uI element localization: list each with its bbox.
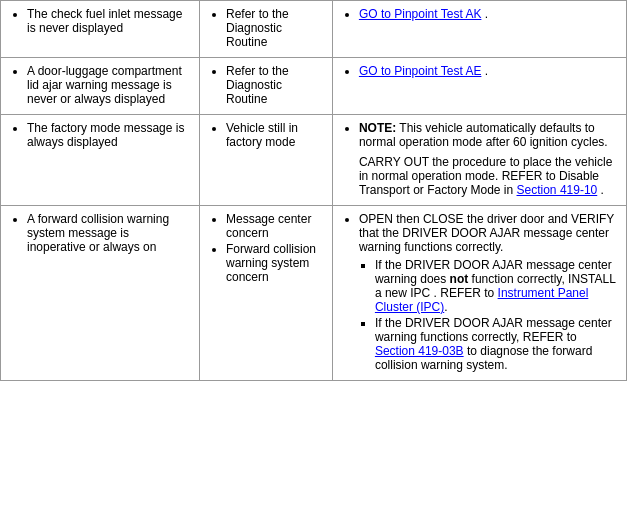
col3-action: OPEN then CLOSE the driver door and VERI… (332, 206, 626, 381)
pinpoint-test-ak-link[interactable]: GO to Pinpoint Test AK (359, 7, 482, 21)
note-paragraph: NOTE: This vehicle automatically default… (359, 121, 618, 149)
action-item: OPEN then CLOSE the driver door and VERI… (359, 212, 618, 372)
sub-action-2: If the DRIVER DOOR AJAR message center w… (375, 316, 618, 372)
cause-text: Vehicle still in factory mode (226, 121, 324, 149)
table-row: The check fuel inlet message is never di… (1, 1, 627, 58)
carry-out-paragraph: CARRY OUT the procedure to place the veh… (359, 155, 618, 197)
col1-condition: The factory mode message is always displ… (1, 115, 200, 206)
col3-action: GO to Pinpoint Test AE . (332, 58, 626, 115)
action-item: GO to Pinpoint Test AK . (359, 7, 618, 21)
condition-text: The factory mode message is always displ… (27, 121, 191, 149)
table-row: A door-luggage compartment lid ajar warn… (1, 58, 627, 115)
col3-action: GO to Pinpoint Test AK . (332, 1, 626, 58)
cause-text: Message center concern (226, 212, 324, 240)
col1-condition: A forward collision warning system messa… (1, 206, 200, 381)
col2-cause: Vehicle still in factory mode (200, 115, 333, 206)
note-body: This vehicle automatically defaults to n… (359, 121, 608, 149)
ipc-link[interactable]: Instrument Panel Cluster (IPC) (375, 286, 588, 314)
sub-action-1: If the DRIVER DOOR AJAR message center w… (375, 258, 618, 314)
condition-text: The check fuel inlet message is never di… (27, 7, 191, 35)
col3-action: NOTE: This vehicle automatically default… (332, 115, 626, 206)
note-label: NOTE: (359, 121, 396, 135)
open-close-text: OPEN then CLOSE the driver door and VERI… (359, 212, 614, 254)
not-bold: not (450, 272, 469, 286)
col2-cause: Refer to the Diagnostic Routine (200, 58, 333, 115)
col1-condition: A door-luggage compartment lid ajar warn… (1, 58, 200, 115)
cause-text-2: Forward collision warning system concern (226, 242, 324, 284)
section-419-10-link[interactable]: Section 419-10 (517, 183, 598, 197)
table-row: The factory mode message is always displ… (1, 115, 627, 206)
action-item: GO to Pinpoint Test AE . (359, 64, 618, 78)
section-419-03b-link[interactable]: Section 419-03B (375, 344, 464, 358)
cause-text: Refer to the Diagnostic Routine (226, 7, 324, 49)
condition-text: A door-luggage compartment lid ajar warn… (27, 64, 191, 106)
col2-cause: Message center concern Forward collision… (200, 206, 333, 381)
table-row: A forward collision warning system messa… (1, 206, 627, 381)
action-item: NOTE: This vehicle automatically default… (359, 121, 618, 197)
col2-cause: Refer to the Diagnostic Routine (200, 1, 333, 58)
condition-text: A forward collision warning system messa… (27, 212, 191, 254)
cause-text: Refer to the Diagnostic Routine (226, 64, 324, 106)
col1-condition: The check fuel inlet message is never di… (1, 1, 200, 58)
pinpoint-test-ae-link[interactable]: GO to Pinpoint Test AE (359, 64, 482, 78)
